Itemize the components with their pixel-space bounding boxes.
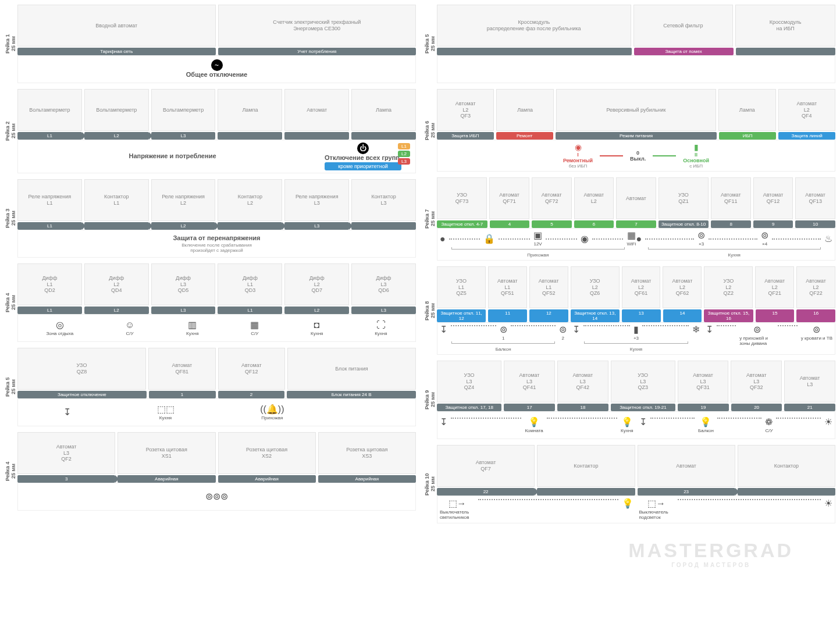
right-rail1: Рейка 525 ммКроссмодульраспределение фаз… (424, 5, 835, 83)
tag (351, 132, 416, 140)
module: АвтоматL3QF2 (17, 432, 115, 474)
icon-item: ⊚⊚⊚ (205, 492, 228, 501)
tag: L2 (151, 222, 216, 230)
module: УЗОL3QZ3 (611, 361, 675, 402)
module: Автомат (616, 177, 656, 219)
module: АвтоматQF13 (795, 177, 835, 219)
info-band: ~Общее отключение (17, 55, 416, 83)
tag: 5 (532, 220, 572, 228)
module: ДиффL3QD5 (151, 263, 216, 305)
tag: Защитное откл. 19-21 (611, 404, 675, 411)
tag: 17 (504, 404, 555, 411)
module: АвтоматL2QF61 (622, 266, 661, 308)
tag: Защитное откл. 15, 16 (704, 309, 753, 322)
module: АвтоматQF81 (148, 348, 216, 390)
tag: Режим питания (556, 132, 717, 140)
module: ДиффL2QD4 (84, 263, 149, 305)
tag: 14 (663, 309, 702, 322)
module: Счетчик электрический трехфазныйЭнергоме… (218, 5, 417, 47)
module: УЗОQF73 (437, 177, 487, 219)
module: Кроссмодульраспределение фаз после рубил… (437, 5, 631, 47)
icon-item: ☺С/У (125, 320, 134, 336)
tag: Аварийная (218, 475, 316, 483)
module: КонтакторL1 (84, 179, 149, 221)
tag: Аварийная (318, 475, 416, 483)
module: ДиффL3QD6 (351, 263, 416, 305)
module: УЗОL1QZ5 (437, 266, 486, 308)
info-band: L1L2L3Напряжение и потребление⏻Отключени… (17, 140, 416, 173)
module: УЗОL2QZ6 (571, 266, 620, 308)
module: АвтоматL1QF51 (488, 266, 527, 308)
tag (736, 48, 835, 55)
module: КонтакторL3 (351, 179, 416, 221)
module: Вводной автомат (17, 5, 216, 47)
tag: L2 (284, 306, 349, 314)
module: Контактор (537, 445, 635, 487)
module: АвтоматQF11 (711, 177, 751, 219)
left-rail5: Рейка 525 ммУЗОQZ8АвтоматQF81АвтоматQF12… (5, 348, 416, 426)
module: Вольтамперметр (84, 89, 149, 131)
tag: Защитное откл. 13, 14 (571, 309, 620, 322)
tag: 2 (218, 391, 285, 398)
tag: Защитное откл. 8-10 (659, 220, 709, 228)
info-band (437, 55, 835, 83)
left-rail6: Рейка 425 ммАвтоматL3QF2Розетка щитоваяX… (5, 432, 416, 511)
tag (351, 222, 416, 230)
tag: ИБП (719, 132, 776, 140)
module: АвтоматL3QF32 (731, 361, 782, 402)
info-band: ⊚⊚⊚ (17, 483, 416, 511)
left-rail2: Рейка 225 ммВольтамперметрВольтамперметр… (5, 89, 416, 173)
tag: Блок питания 24 В (287, 391, 416, 398)
module: Реле напряженияL2 (151, 179, 216, 221)
module: Розетка щитоваяXS3 (318, 432, 416, 474)
tag (218, 132, 282, 140)
module: Контактор (738, 445, 835, 487)
tag: Защитное отключение (17, 391, 147, 398)
tag: Защитное откл. 4-7 (437, 220, 487, 228)
tag: 4 (490, 220, 530, 228)
tag (84, 222, 149, 230)
tag: 8 (711, 220, 751, 228)
tag (537, 488, 635, 496)
tag: L2 (84, 132, 149, 140)
module: ДиффL1QD3 (218, 263, 282, 305)
module: Автомат (638, 445, 735, 487)
left-rail1: Рейка 125 ммВводной автоматСчетчик элект… (5, 5, 416, 83)
tag: 12 (529, 309, 568, 322)
tag: Защита от помех (634, 48, 734, 55)
info-band: ⬚→Выключатель светильников💡⬚→Выключатель… (437, 496, 835, 523)
tag: 6 (574, 220, 614, 228)
tag: Защита линий (778, 132, 835, 140)
icon-item: ▥Кухня (186, 320, 198, 336)
right-rail5: Рейка 925 ммУЗОL3QZ4АвтоматL3QF41Автомат… (424, 361, 835, 439)
module: АвтоматQF72 (532, 177, 572, 219)
module: Лампа (496, 89, 553, 131)
module: Розетка щитоваяXS1 (118, 432, 215, 474)
module: Лампа (718, 89, 775, 131)
module: АвтоматL3QF31 (678, 361, 729, 402)
info-band: ↧⬚⬚Кухня((🔔))Прихожая (17, 398, 416, 426)
tag: 20 (731, 404, 782, 411)
tag: Учет потребления (218, 48, 417, 55)
tag (284, 132, 349, 140)
tag (738, 488, 835, 496)
module: УЗОQZ1 (659, 177, 709, 219)
right-rail4: Рейка 825 ммУЗОL1QZ5АвтоматL1QF51Автомат… (424, 266, 835, 355)
left-rail3: Рейка 325 ммРеле напряженияL1КонтакторL1… (5, 179, 416, 258)
module: Сетевой фильтр (633, 5, 734, 47)
info-band: Защита от перенапряженияВключение после … (17, 230, 416, 258)
module: АвтоматQF12 (753, 177, 793, 219)
module: АвтоматL1QF52 (529, 266, 568, 308)
tag: 15 (756, 309, 795, 322)
icon-item: ⬚⬚Кухня (157, 405, 175, 420)
right-rail6: Рейка 1025 ммАвтоматQF7КонтакторАвтоматК… (424, 445, 835, 523)
tag: 7 (616, 220, 656, 228)
tag: 13 (622, 309, 661, 322)
module: АвтоматL2QF4 (778, 89, 835, 131)
tag: 18 (557, 404, 608, 411)
module: ДиффL2QD7 (284, 263, 349, 305)
module: АвтоматL2QF62 (663, 266, 702, 308)
tag: 10 (795, 220, 835, 228)
tag (437, 48, 632, 55)
icon-item: ◎Зона отдыха (46, 320, 73, 336)
